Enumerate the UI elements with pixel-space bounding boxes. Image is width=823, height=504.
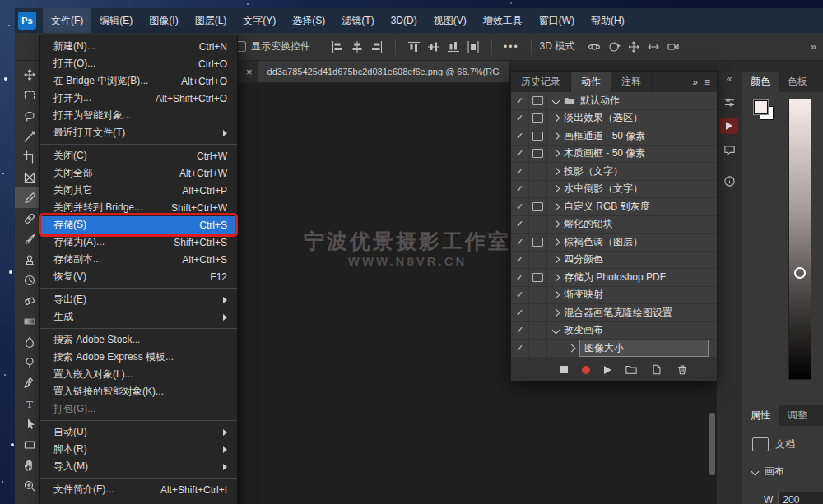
action-dialog-toggle[interactable] [529,304,547,321]
tab-color[interactable]: 颜色 [742,72,779,92]
action-dialog-toggle[interactable] [529,234,547,251]
menu-item-search-adobe-stock[interactable]: 搜索 Adobe Stock... [40,331,237,349]
align-horizontal-centers-icon[interactable] [351,40,364,53]
menu-item-open-recent[interactable]: 最近打开文件(T) [40,124,237,141]
action-dialog-toggle[interactable] [529,127,547,145]
canvas-section-header[interactable]: 画布 [752,465,823,479]
action-toggle-check[interactable]: ✓ [511,146,529,163]
menu-item-save-as[interactable]: 存储为(A)...Shift+Ctrl+S [40,234,237,251]
action-row[interactable]: ✓ 水中倒影（文字） [511,181,717,199]
3d-orbit-icon[interactable] [588,40,601,53]
chevron-right-icon[interactable] [552,150,560,158]
chevron-right-icon[interactable] [552,220,560,229]
action-row[interactable]: ✓ 自定义 RGB 到灰度 [511,198,717,216]
menu-item-automate[interactable]: 自动(U) [40,423,237,441]
3d-roll-icon[interactable] [607,40,621,53]
more-options-icon[interactable]: ••• [504,41,519,53]
action-row[interactable]: ✓ 画框通道 - 50 像素 [511,127,717,146]
tab-close-icon[interactable]: × [241,61,258,82]
chevron-right-icon[interactable] [568,344,576,353]
menu-item-new[interactable]: 新建(N)...Ctrl+N [40,38,237,55]
document-tab[interactable]: dd3a785425d41d675bc2d031e608ef6e.png @ 6… [258,61,510,82]
tab-swatches[interactable]: 色板 [779,72,816,92]
show-transform-option[interactable]: 显示变换控件 [235,39,310,53]
scrollbar-thumb[interactable] [709,413,715,475]
menu-item-save[interactable]: 存储(S)Ctrl+S [40,216,237,234]
action-dialog-toggle[interactable] [529,110,547,127]
action-toggle-check[interactable]: ✓ [511,269,529,286]
menu-edit[interactable]: 编辑(E) [91,8,141,33]
menu-item-scripts[interactable]: 脚本(R) [40,441,237,458]
menu-item-export[interactable]: 导出(E) [40,291,237,308]
menu-item-save-a-copy[interactable]: 存储副本...Alt+Ctrl+S [40,251,237,268]
action-dialog-toggle[interactable] [529,216,547,234]
menu-item-place-embedded[interactable]: 置入嵌入对象(L)... [40,366,237,383]
align-left-edges-icon[interactable] [331,40,344,53]
chevron-right-icon[interactable] [552,238,560,246]
chevron-right-icon[interactable] [552,167,560,175]
action-dialog-toggle[interactable] [529,92,547,109]
foreground-color-swatch[interactable] [754,100,768,114]
3d-slide-icon[interactable] [647,40,660,53]
action-dialog-toggle[interactable] [529,146,547,163]
menu-layer[interactable]: 图层(L) [187,8,235,33]
action-dialog-toggle[interactable] [529,198,547,215]
menu-item-close-and-go-to-bridge[interactable]: 关闭并转到 Bridge...Shift+Ctrl+W [40,199,237,216]
tab-adjustments[interactable]: 调整 [779,405,816,426]
action-toggle-check[interactable]: ✓ [511,322,529,340]
action-set-row[interactable]: ✓ 默认动作 [511,92,717,110]
menu-item-open-as-smart-object[interactable]: 打开为智能对象... [40,107,237,124]
foreground-background-swatches[interactable] [754,100,775,122]
action-row[interactable]: ✓ 改变画布 [511,322,717,340]
menu-item-close[interactable]: 关闭(C)Ctrl+W [40,147,237,164]
chevron-right-icon[interactable] [552,202,560,210]
action-dialog-toggle[interactable] [529,340,547,357]
action-toggle-check[interactable]: ✓ [511,92,529,109]
chevron-down-icon[interactable] [552,96,560,104]
action-row[interactable]: ✓ 木质画框 - 50 像素 [511,146,717,164]
menu-window[interactable]: 窗口(W) [531,8,583,33]
chevron-right-icon[interactable] [552,291,560,299]
menu-plugins[interactable]: 增效工具 [475,8,531,33]
chevron-down-icon[interactable] [552,326,560,335]
menu-item-generate[interactable]: 生成 [40,308,237,326]
menu-item-open-as[interactable]: 打开为...Alt+Shift+Ctrl+O [40,90,237,107]
new-action-button[interactable] [651,364,663,375]
expand-panels-icon[interactable]: « [727,72,732,86]
menu-item-close-others[interactable]: 关闭其它Alt+Ctrl+P [40,182,237,199]
menu-item-import[interactable]: 导入(M) [40,458,237,475]
action-dialog-toggle[interactable] [529,163,547,180]
distribute-horizontal-icon[interactable] [467,40,480,53]
action-toggle-check[interactable]: ✓ [511,181,529,198]
record-button[interactable] [582,366,590,374]
collapse-options-icon[interactable]: » [811,40,816,53]
action-toggle-check[interactable]: ✓ [511,340,529,357]
action-row[interactable]: ✓ 存储为 Photoshop PDF [511,269,717,287]
action-toggle-check[interactable]: ✓ [511,198,529,215]
menu-file[interactable]: 文件(F) [43,8,91,33]
info-panel-icon[interactable] [720,173,738,189]
menu-type[interactable]: 文字(Y) [235,8,284,33]
action-row[interactable]: ✓ 混合器画笔克隆绘图设置 [511,304,717,322]
action-toggle-check[interactable]: ✓ [511,252,529,269]
action-toggle-check[interactable]: ✓ [511,127,529,145]
action-dialog-toggle[interactable] [529,287,547,304]
menu-item-close-all[interactable]: 关闭全部Alt+Ctrl+W [40,164,237,182]
menu-image[interactable]: 图像(I) [141,8,186,33]
action-row[interactable]: ✓ 淡出效果（选区） [511,110,717,128]
action-toggle-check[interactable]: ✓ [511,304,529,321]
menu-item-search-adobe-express[interactable]: 搜索 Adobe Express 模板... [40,349,237,366]
menu-item-place-linked[interactable]: 置入链接的智能对象(K)... [40,383,237,400]
chevron-right-icon[interactable] [552,132,560,140]
color-brightness-slider[interactable] [788,99,811,380]
width-input[interactable]: 200 [778,492,823,504]
action-toggle-check[interactable]: ✓ [511,234,529,251]
delete-trash-button[interactable] [677,364,688,375]
actions-panel-icon[interactable] [720,118,738,134]
action-toggle-check[interactable]: ✓ [511,216,529,234]
action-dialog-toggle[interactable] [529,269,547,286]
align-right-edges-icon[interactable] [370,40,384,53]
menu-view[interactable]: 视图(V) [425,8,475,33]
chevron-right-icon[interactable] [552,114,560,123]
tab-actions[interactable]: 动作 [571,72,611,92]
